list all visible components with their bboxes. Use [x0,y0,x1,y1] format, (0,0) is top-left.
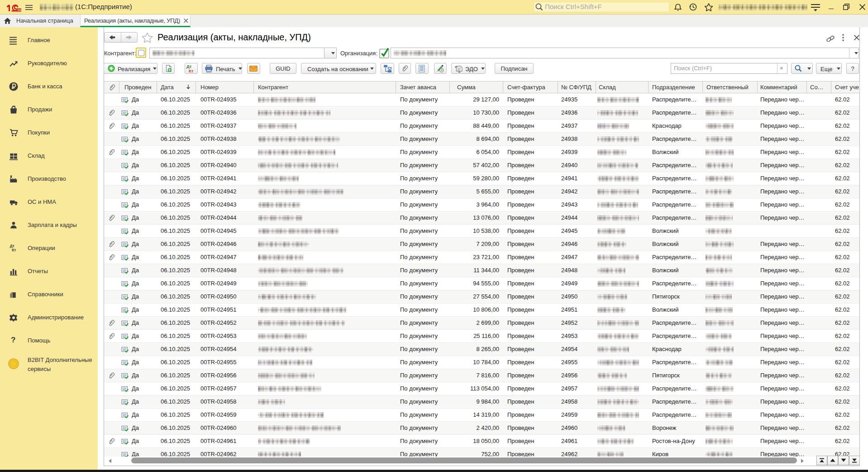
svg-text:Дт: Дт [10,244,14,248]
svg-text:Кт: Кт [12,248,16,252]
svg-text:Кт: Кт [189,68,194,73]
